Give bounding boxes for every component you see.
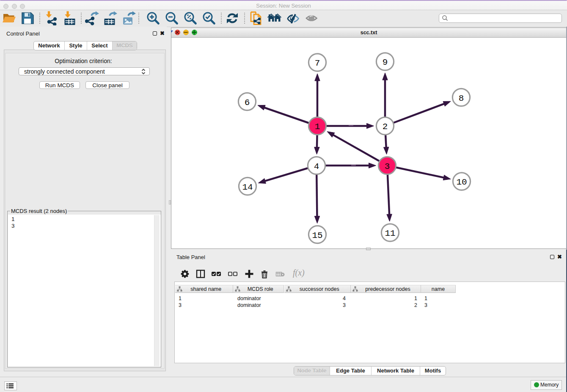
svg-text:1: 1 xyxy=(315,122,320,132)
svg-text:15: 15 xyxy=(312,231,322,240)
svg-text:3: 3 xyxy=(385,162,390,171)
svg-text:11: 11 xyxy=(385,229,395,238)
svg-text:10: 10 xyxy=(456,177,467,187)
svg-text:14: 14 xyxy=(242,182,253,192)
svg-text:8: 8 xyxy=(459,94,464,103)
svg-text:7: 7 xyxy=(315,58,320,68)
svg-text:4: 4 xyxy=(314,162,319,171)
svg-text:2: 2 xyxy=(383,122,388,132)
svg-text:9: 9 xyxy=(383,58,388,67)
svg-text:6: 6 xyxy=(245,98,250,108)
